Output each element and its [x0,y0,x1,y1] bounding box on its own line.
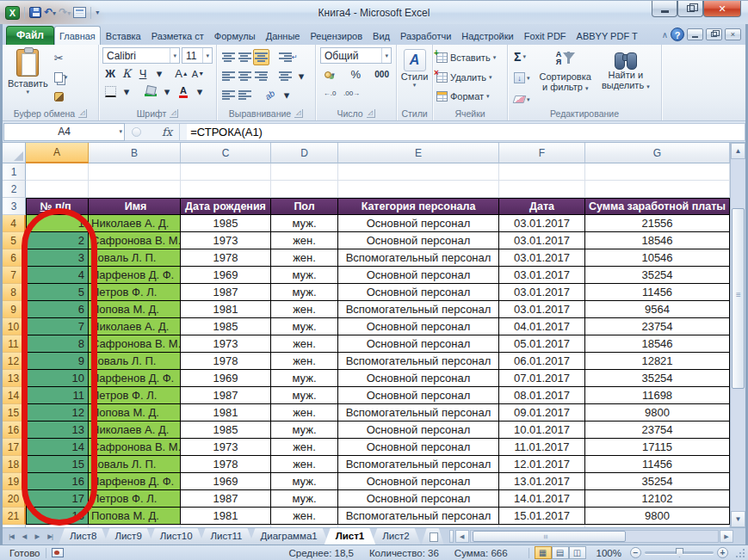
row-header-2[interactable]: 2 [3,181,26,198]
increase-indent-button[interactable] [237,87,252,103]
cell-G13[interactable]: 35254 [585,370,730,387]
cell-E18[interactable]: Вспомогательный персонал [338,456,499,473]
zoom-out-icon[interactable]: − [630,547,641,558]
decrease-font-button[interactable]: A▼ [190,65,206,82]
cell-E10[interactable]: Основной персонал [338,318,499,335]
horizontal-scrollbar[interactable] [470,530,719,543]
formula-options-icon[interactable] [132,127,141,137]
zoom-in-icon[interactable]: + [717,547,728,558]
cell-C11[interactable]: 1973 [181,335,271,353]
cell-F2[interactable] [499,181,585,198]
scroll-down-icon[interactable]: ▼ [731,511,745,527]
cell-F16[interactable]: 10.01.2017 [499,422,585,439]
sheet-tab-Лист10[interactable]: Лист10 [149,528,204,545]
underline-dropdown[interactable]: ▾ [151,65,167,82]
tab-Данные[interactable]: Данные [261,26,306,45]
dialog-launcher-icon[interactable]: ◿ [78,109,87,118]
sort-filter-button[interactable]: АЯ Сортировкаи фильтр ▾ [536,49,595,107]
cell-C4[interactable]: 1985 [181,215,271,232]
cell-D3[interactable]: Пол [271,198,338,215]
decrease-indent-button[interactable] [220,87,236,103]
cell-C12[interactable]: 1978 [181,353,271,370]
cell-F18[interactable]: 12.01.2017 [499,456,585,473]
merge-center-button[interactable] [277,68,293,84]
cell-B10[interactable]: Николаев А. Д. [89,318,181,335]
cell-B14[interactable]: Петров Ф. Л. [89,387,181,404]
cell-F5[interactable]: 03.01.2017 [499,232,585,249]
cell-F14[interactable]: 08.01.2017 [499,387,585,404]
number-format-combo[interactable]: Общий▾ [320,47,392,64]
zoom-slider-thumb[interactable] [676,548,683,557]
cell-G17[interactable]: 17115 [585,439,730,456]
cell-B2[interactable] [89,181,181,198]
italic-button[interactable]: К [119,65,134,82]
hscroll-right-icon[interactable]: ▶ [720,530,733,543]
sheet-tab-Лист2[interactable]: Лист2 [371,528,420,545]
cell-E16[interactable]: Основной персонал [338,422,499,439]
align-center-button[interactable] [237,68,252,84]
cell-B3[interactable]: Имя [89,198,181,215]
cell-B21[interactable]: Попова М. Д. [89,508,181,525]
cell-G8[interactable]: 11456 [585,284,730,301]
cell-C1[interactable] [181,163,271,181]
cell-F20[interactable]: 14.01.2017 [499,490,585,508]
cell-F7[interactable]: 03.01.2017 [499,267,585,284]
cell-E15[interactable]: Вспомогательный персонал [338,404,499,422]
macro-record-icon[interactable] [52,548,64,557]
tab-ABBYY PDF T[interactable]: ABBYY PDF T [572,26,643,45]
cell-F10[interactable]: 04.01.2017 [499,318,585,335]
workbook-minimize-button[interactable] [687,28,703,40]
comma-style-button[interactable]: 000 [374,66,390,83]
prev-sheet-icon[interactable]: ◀ [18,530,30,543]
cell-G4[interactable]: 21556 [585,215,730,232]
cell-D19[interactable]: муж. [271,473,338,490]
cell-B8[interactable]: Петров Ф. Л. [89,284,181,301]
name-box[interactable]: A4▾ [3,123,125,141]
row-header-4[interactable]: 4 [3,215,26,232]
tab-file[interactable]: Файл [6,26,54,45]
cell-G18[interactable]: 11456 [585,456,730,473]
cell-D17[interactable]: жен. [271,439,338,456]
cell-D9[interactable]: жен. [271,301,338,318]
borders-dropdown[interactable]: ▾ [119,83,134,100]
column-header-E[interactable]: E [338,143,499,163]
font-color-button[interactable]: А [176,83,191,100]
column-header-C[interactable]: C [181,143,271,163]
sheet-tab-Лист11[interactable]: Лист11 [200,528,254,545]
cell-G14[interactable]: 11698 [585,387,730,404]
cell-F9[interactable]: 03.01.2017 [499,301,585,318]
cell-B18[interactable]: Коваль Л. П. [89,456,181,473]
column-header-G[interactable]: G [585,143,730,163]
cell-F17[interactable]: 11.01.2017 [499,439,585,456]
cell-E7[interactable]: Основной персонал [338,267,499,284]
clear-button[interactable]: ▾ [511,92,533,107]
normal-view-icon[interactable]: ▦ [535,546,552,559]
cell-A1[interactable] [26,163,89,181]
cell-E2[interactable] [338,181,499,198]
cell-G7[interactable]: 35254 [585,267,730,284]
zoom-slider[interactable] [645,551,714,554]
column-header-F[interactable]: F [499,143,585,163]
horizontal-scroll-thumb[interactable] [473,531,626,542]
tab-Вставка[interactable]: Вставка [101,26,146,45]
percent-style-button[interactable]: % [348,66,363,83]
zoom-level[interactable]: 100% [597,548,621,558]
copy-button[interactable]: ▾ [52,69,71,86]
cell-C18[interactable]: 1978 [181,456,271,473]
vertical-scrollbar[interactable]: ▲ ▼ [730,143,745,527]
styles-button[interactable]: A Стили ▾ [398,47,432,107]
fill-color-button[interactable] [143,83,158,100]
last-sheet-icon[interactable]: ▶| [44,530,56,543]
workbook-close-button[interactable]: × [725,28,741,40]
cell-E4[interactable]: Основной персонал [338,215,499,232]
autosum-button[interactable]: Σ▾ [511,49,533,64]
cell-E20[interactable]: Основной персонал [338,490,499,508]
cell-G19[interactable]: 35254 [585,473,730,490]
column-header-D[interactable]: D [271,143,338,163]
dialog-launcher-icon[interactable]: ◿ [170,109,178,118]
dialog-launcher-icon[interactable]: ◿ [367,109,375,118]
insert-function-icon[interactable]: fx [162,126,172,138]
sheet-tab-Лист9[interactable]: Лист9 [103,528,152,545]
font-size-combo[interactable]: 11▾ [182,47,213,64]
dialog-launcher-icon[interactable]: ◿ [294,109,303,118]
